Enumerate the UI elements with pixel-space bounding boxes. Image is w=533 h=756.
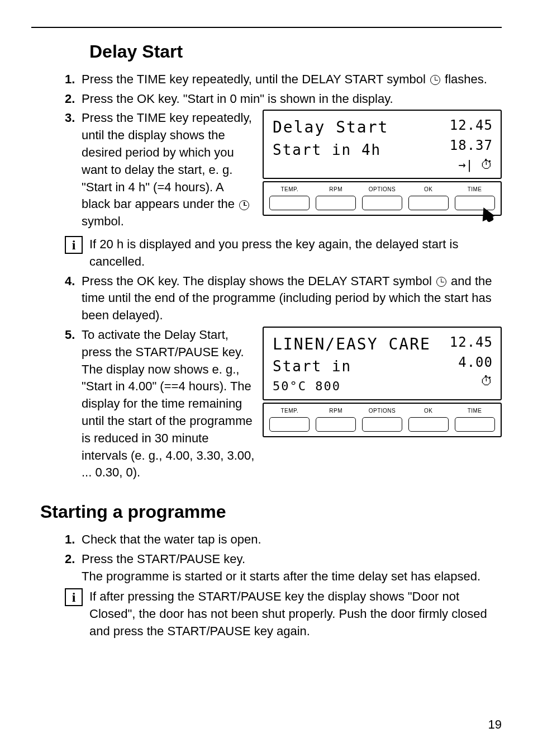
step-text-a: Press the TIME key repeatedly, until the… [82,72,429,86]
ok-key[interactable] [408,196,449,210]
lcd-line-1: Delay Start [273,116,388,138]
step-4: 4. Press the OK key. The display shows t… [65,273,502,324]
lcd-end-time: 18.37 [450,136,493,155]
lcd-screen: LINEN/EASY CARE Start in 50°C 800 12.45 … [263,327,502,400]
page-divider [31,27,502,28]
lcd-time: 12.45 [450,116,493,135]
key-label-options: OPTIONS [369,407,396,415]
step-text: Press the START/PAUSE key. The programme… [82,551,502,585]
lcd-status-icons: ⏱ [480,373,493,390]
display-panel-1: Delay Start Start in 4h 12.45 18.37 →| ⏱… [263,110,502,233]
clock-icon [239,200,249,210]
step-text-b: flashes. [441,72,487,86]
key-label-rpm: RPM [329,407,342,415]
step-text-a: Press the START/PAUSE key. [82,551,502,568]
ok-key[interactable] [408,417,449,432]
page-number: 19 [488,716,502,734]
time-key[interactable] [455,417,495,432]
lcd-line-2: Start in 4h [273,140,388,160]
step-text-b: symbol. [82,214,124,228]
button-panel: TEMP. RPM OPTIONS OK TIME [263,181,502,216]
step-3-row: 3. Press the TIME key repeatedly, until … [65,110,502,233]
step-text: Press the OK key. "Start in 0 min" is sh… [82,91,502,108]
step-1: 1. Press the TIME key repeatedly, until … [65,71,502,88]
rpm-key[interactable] [316,196,356,210]
lcd-line-1: LINEN/EASY CARE [273,333,431,355]
key-label-rpm: RPM [329,186,342,193]
section-title-starting: Starting a programme [40,499,502,525]
step-text: Check that the water tap is open. [82,531,502,549]
rpm-key[interactable] [316,417,356,432]
step-text-b: The programme is started or it starts af… [82,568,502,585]
key-label-time: TIME [468,407,482,415]
display-panel-2: LINEN/EASY CARE Start in 50°C 800 12.45 … [263,327,502,484]
step-number: 5. [65,327,82,481]
lcd-status-icons: →| ⏱ [458,157,493,174]
step-number: 1. [65,71,82,88]
lcd-countdown: 4.00 [458,353,493,372]
step-number: 1. [65,531,82,549]
lcd-line-3: 50°C 800 [273,378,431,395]
starting-step-1: 1. Check that the water tap is open. [65,531,502,549]
temp-key[interactable] [269,196,310,210]
step-text-a: Press the TIME key repeatedly, until the… [82,111,252,211]
step-text: Press the TIME key repeatedly, until the… [82,110,255,230]
step-number: 2. [65,551,82,585]
step-5: 5. To activate the Delay Start, press th… [65,327,255,481]
step-text-a: Press the OK key. The display shows the … [82,274,435,288]
step-number: 4. [65,273,82,324]
key-label-ok: OK [424,407,432,415]
step-number: 3. [65,110,82,230]
starting-step-2: 2. Press the START/PAUSE key. The progra… [65,551,502,585]
key-label-options: OPTIONS [369,186,396,193]
options-key[interactable] [362,417,402,432]
step-number: 2. [65,91,82,108]
key-label-ok: OK [424,186,432,193]
step-text: Press the OK key. The display shows the … [82,273,502,324]
step-text: To activate the Delay Start, press the S… [82,327,255,481]
info-icon: i [65,588,83,606]
section-title-delay-start: Delay Start [89,39,502,64]
info-icon: i [65,236,83,254]
lcd-line-2: Start in [273,356,431,376]
temp-key[interactable] [269,417,310,432]
step-5-row: 5. To activate the Delay Start, press th… [65,327,502,484]
step-3: 3. Press the TIME key repeatedly, until … [65,110,255,230]
step-2: 2. Press the OK key. "Start in 0 min" is… [65,91,502,108]
lcd-time: 12.45 [450,333,493,352]
lcd-screen: Delay Start Start in 4h 12.45 18.37 →| ⏱ [263,110,502,179]
step-text: Press the TIME key repeatedly, until the… [82,71,502,88]
options-key[interactable] [362,196,402,210]
clock-icon [430,75,440,85]
button-panel: TEMP. RPM OPTIONS OK TIME [263,403,502,437]
info-note-1: If 20 h is displayed and you press the k… [89,236,502,271]
clock-icon [436,277,446,287]
key-label-temp: TEMP. [281,407,299,415]
key-label-temp: TEMP. [281,186,299,193]
info-note-2: If after pressing the START/PAUSE key th… [89,588,502,640]
key-label-time: TIME [468,186,482,193]
